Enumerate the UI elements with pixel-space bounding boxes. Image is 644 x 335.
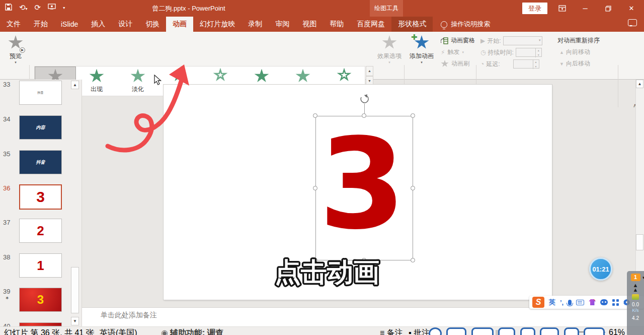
resize-handle-top-right[interactable] <box>411 113 415 118</box>
slide-thumbnail-40[interactable] <box>19 322 62 326</box>
animation-fade[interactable]: 淡化 <box>117 66 158 96</box>
slide-thumbnail-39[interactable]: 3 <box>19 288 62 312</box>
tab-review[interactable]: 审阅 <box>269 17 296 32</box>
slide-caption-group[interactable]: 点击动画 <box>262 250 392 292</box>
tab-record[interactable]: 录制 <box>242 17 269 32</box>
login-button[interactable]: 登录 <box>522 3 547 14</box>
tab-islide[interactable]: iSlide <box>54 17 85 32</box>
ime-skin-icon[interactable] <box>589 299 596 305</box>
effect-options-button[interactable]: 效果选项 ▾ <box>376 35 403 64</box>
move-later-button[interactable]: ▼ 向后移动 <box>559 59 590 68</box>
gallery-scroll-up-icon[interactable]: ▲ <box>366 66 373 76</box>
ribbon: ▶ 预览 ▾ 无 出现 淡化 ↑ 飞入 浮入 劈裂 <box>0 32 644 80</box>
rotate-handle-icon[interactable] <box>359 94 370 106</box>
tab-insert[interactable]: 插入 <box>85 17 112 32</box>
notes-toggle-button[interactable]: ≡ 备注 <box>380 328 403 335</box>
slide-thumbnail-35[interactable]: 抖音 <box>19 150 62 174</box>
slide-thumbnail-34[interactable]: 内容 <box>19 115 62 140</box>
add-animation-button[interactable]: ✚ 添加动画 ▾ <box>407 35 437 64</box>
slide-thumbnail-33[interactable]: 抖音 <box>19 81 62 105</box>
canvas-scroll-thumb[interactable] <box>636 234 643 250</box>
language-status[interactable]: 英语(美国) <box>100 328 137 335</box>
timing-delay: ◔ 延迟: ▲▼ <box>480 59 539 69</box>
thumbnail-scroll-down-icon[interactable]: ▼ <box>71 317 79 325</box>
accessibility-status[interactable]: 辅助功能: 调查 <box>170 328 223 335</box>
tab-baidu-netdisk[interactable]: 百度网盘 <box>350 17 391 32</box>
tab-view[interactable]: 视图 <box>296 17 323 32</box>
resize-handle-bottom-right[interactable] <box>411 258 415 262</box>
notes-placeholder[interactable]: 单击此处添加备注 <box>101 311 157 320</box>
timing-duration: ◷ 持续时间: ▲▼ <box>480 48 542 57</box>
save-icon[interactable] <box>5 4 12 12</box>
canvas-scroll-up-icon[interactable]: ▲ <box>636 80 643 88</box>
soft-keyboard-icon[interactable] <box>576 300 584 305</box>
download-unit: K/s <box>632 308 638 313</box>
thumbnail-scroll-up-icon[interactable]: ▲ <box>71 81 79 89</box>
minimize-button[interactable]: ─ <box>577 0 594 17</box>
mouse-cursor <box>154 75 162 86</box>
screen-timer-widget[interactable]: 01:21 <box>589 257 612 281</box>
update-badge[interactable]: 1 <box>631 274 640 281</box>
ime-assistant-icon[interactable] <box>600 299 608 305</box>
tell-me-search[interactable]: 操作说明搜索 <box>441 17 490 32</box>
customize-qat-icon[interactable]: ▾ <box>63 6 65 10</box>
undo-icon[interactable]: ⟲▾ <box>19 3 28 12</box>
zoom-percentage[interactable]: 61% <box>609 328 625 335</box>
accessibility-icon: ◉ <box>161 328 168 335</box>
play-icon: ▶ <box>20 47 25 53</box>
slide-thumbnail-38[interactable]: 1 <box>19 253 62 278</box>
start-play-icon: ▶ <box>480 37 485 44</box>
thumbnail-scrollbar[interactable]: ▲ ▼ <box>71 81 79 325</box>
tab-design[interactable]: 设计 <box>112 17 139 32</box>
start-combobox[interactable]: ▾ <box>503 36 542 45</box>
slide-thumbnail-37[interactable]: 2 <box>19 219 62 243</box>
animation-painter-icon <box>441 60 449 68</box>
status-bar <box>0 326 644 335</box>
punctuation-mode-icon[interactable]: ’, <box>560 299 564 306</box>
notes-pane[interactable] <box>82 307 644 326</box>
animation-pane-button[interactable]: 动画窗格 <box>441 36 475 45</box>
tab-help[interactable]: 帮助 <box>323 17 350 32</box>
delay-spinner[interactable]: ▲▼ <box>513 59 539 69</box>
widget-folder-icon[interactable] <box>632 294 639 300</box>
comments-toggle-button[interactable]: ▪ 批注 <box>409 328 430 335</box>
preview-dropdown-icon[interactable]: ▾ <box>5 60 26 64</box>
zoom-slider[interactable] <box>566 331 598 332</box>
comments-icon[interactable] <box>628 19 637 26</box>
zoom-in-icon[interactable]: + <box>601 328 605 335</box>
tab-shape-format[interactable]: 形状格式 <box>391 17 433 32</box>
slideshow-from-start-icon[interactable] <box>48 4 56 12</box>
restore-button[interactable] <box>600 0 617 17</box>
ribbon-display-options-button[interactable] <box>553 0 571 17</box>
thumbnail-scroll-thumb[interactable] <box>71 267 79 313</box>
preview-button[interactable]: ▶ 预览 ▾ <box>5 35 26 64</box>
tab-file[interactable]: 文件 <box>0 17 27 32</box>
move-earlier-button[interactable]: ▲ 向前移动 <box>559 48 590 56</box>
slide-number-36: 36 <box>3 184 10 192</box>
window-title: 曾二狗.pptx - PowerPoint <box>133 4 244 13</box>
ime-toolbox-icon[interactable] <box>612 299 619 306</box>
resize-handle-top-left[interactable] <box>313 113 317 118</box>
delay-clock-icon: ◔ <box>480 60 484 68</box>
net-speed-widget[interactable]: 1 ▲▲ 0.0 K/s 4.2 <box>627 271 644 335</box>
timer-value: 01:21 <box>592 265 609 273</box>
animation-appear[interactable]: 出现 <box>76 66 117 96</box>
proofing-icon[interactable]: ⚐ <box>88 328 95 335</box>
trigger-lightning-icon: ⚡ <box>441 49 445 56</box>
redo-icon[interactable]: ⟳ <box>35 3 41 12</box>
ime-language-mode[interactable]: 英 <box>549 298 555 307</box>
slide-big-number[interactable]: 3 <box>312 121 413 252</box>
fly-in-arrow-icon: ↑ <box>177 73 180 79</box>
view-buttons[interactable] <box>473 328 503 335</box>
slide-thumbnail-36-selected[interactable]: 3 <box>19 184 62 210</box>
sogou-logo-icon[interactable]: S <box>532 297 544 308</box>
tab-animations-active[interactable]: 动画 <box>166 17 193 32</box>
trigger-button[interactable]: ⚡ 触发 ▾ <box>441 48 464 56</box>
tab-slideshow[interactable]: 幻灯片放映 <box>193 17 242 32</box>
microphone-icon[interactable] <box>568 300 572 305</box>
tab-home[interactable]: 开始 <box>27 17 54 32</box>
close-button[interactable]: ✕ <box>623 0 640 17</box>
duration-spinner[interactable]: ▲▼ <box>516 48 542 57</box>
animation-painter-button[interactable]: 动画刷 <box>441 59 469 68</box>
tab-transitions[interactable]: 切换 <box>139 17 166 32</box>
